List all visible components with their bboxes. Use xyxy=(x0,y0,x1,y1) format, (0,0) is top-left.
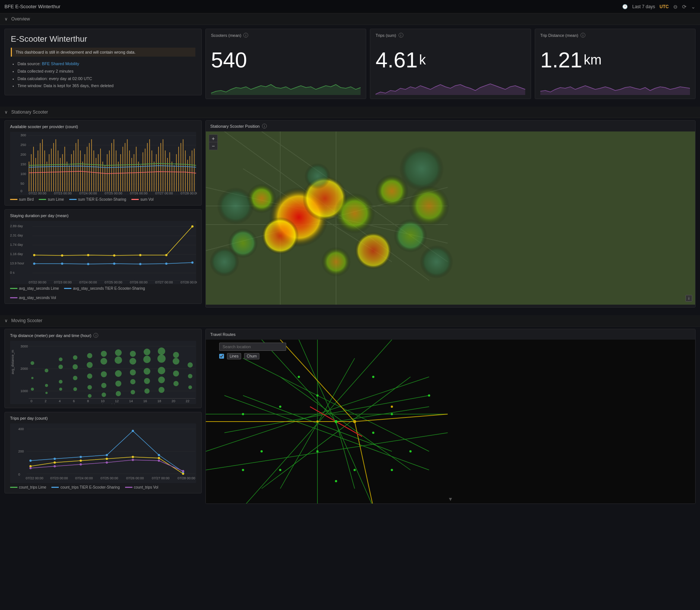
trips-per-day-chart-area: 400 200 0 xyxy=(10,423,196,483)
distance-info-icon[interactable]: i xyxy=(581,33,585,38)
data-source-link[interactable]: BFE Shared Mobility xyxy=(42,61,79,66)
svg-point-152 xyxy=(399,146,444,191)
svg-rect-86 xyxy=(189,156,190,191)
available-scooter-title: Available scooter per provider (count) xyxy=(10,124,196,129)
timezone-label[interactable]: UTC xyxy=(659,4,669,9)
svg-point-120 xyxy=(139,263,141,265)
svg-rect-62 xyxy=(136,147,137,191)
more-icon[interactable]: ⌄ xyxy=(691,4,696,10)
topbar-controls: 🕐 Last 7 days UTC ⊖ ⟳ ⌄ xyxy=(622,4,696,10)
svg-line-278 xyxy=(262,377,410,489)
svg-point-114 xyxy=(165,254,167,256)
trips-value: 4.61k xyxy=(375,40,525,80)
svg-rect-40 xyxy=(87,147,87,191)
churn-tag[interactable]: Churn xyxy=(244,353,259,359)
scooters-info-icon[interactable]: i xyxy=(243,33,248,38)
svg-text:07/22 00:00: 07/22 00:00 xyxy=(29,191,47,195)
svg-rect-63 xyxy=(138,162,139,191)
svg-point-117 xyxy=(61,263,63,265)
svg-point-209 xyxy=(173,358,179,365)
svg-rect-48 xyxy=(105,165,105,191)
map-info-icon[interactable]: i xyxy=(262,124,267,128)
svg-point-246 xyxy=(132,430,134,432)
svg-point-290 xyxy=(354,469,356,471)
svg-rect-36 xyxy=(78,139,79,191)
svg-rect-34 xyxy=(73,150,74,191)
search-location-input[interactable] xyxy=(219,343,286,351)
heatmap-info-button[interactable]: i xyxy=(685,295,692,302)
refresh-icon[interactable]: ⟳ xyxy=(682,4,687,10)
trip-distance-info-icon[interactable]: i xyxy=(93,333,98,338)
info-list: Data source: BFE Shared Mobility Data co… xyxy=(11,60,195,90)
svg-point-243 xyxy=(54,458,56,460)
svg-text:0: 0 xyxy=(20,189,22,193)
svg-point-168 xyxy=(45,369,48,372)
svg-point-201 xyxy=(144,349,150,355)
collapse-arrow-icon: ∨ xyxy=(4,16,8,22)
svg-text:14: 14 xyxy=(129,399,133,403)
svg-point-184 xyxy=(100,358,107,365)
stationary-map-col: Stationary Scooter Position i xyxy=(205,120,696,308)
svg-rect-24 xyxy=(51,149,52,191)
svg-point-169 xyxy=(45,392,48,394)
stationary-collapse-icon: ∨ xyxy=(4,109,8,115)
overview-content: E-Scooter Winterthur This dashboard is s… xyxy=(0,25,700,107)
svg-point-293 xyxy=(242,413,244,415)
svg-rect-39 xyxy=(84,154,85,191)
moving-collapse-icon: ∨ xyxy=(4,318,8,323)
svg-rect-53 xyxy=(116,150,116,191)
svg-point-175 xyxy=(73,364,78,369)
available-scooter-chart-area: 300 250 200 150 100 50 0 xyxy=(10,132,196,195)
svg-text:07/28 00:00: 07/28 00:00 xyxy=(180,191,197,195)
lines-tag[interactable]: Lines xyxy=(227,353,241,359)
svg-point-147 xyxy=(321,247,351,277)
distance-sparkline xyxy=(540,80,690,95)
svg-point-303 xyxy=(391,406,393,408)
svg-point-178 xyxy=(87,374,92,379)
svg-point-179 xyxy=(87,362,93,368)
svg-point-122 xyxy=(191,261,194,264)
svg-text:07/27 00:00: 07/27 00:00 xyxy=(152,476,170,480)
trips-info-icon[interactable]: i xyxy=(399,33,403,38)
svg-rect-72 xyxy=(158,147,159,191)
svg-point-113 xyxy=(139,254,141,256)
svg-point-121 xyxy=(165,263,167,265)
svg-rect-80 xyxy=(176,154,177,191)
zoom-out-button[interactable]: − xyxy=(209,142,217,150)
svg-point-151 xyxy=(217,187,254,225)
zoom-out-icon[interactable]: ⊖ xyxy=(673,4,678,10)
time-range-label[interactable]: Last 7 days xyxy=(632,4,655,9)
svg-text:250: 250 xyxy=(20,143,26,147)
svg-text:200: 200 xyxy=(20,153,26,156)
travel-routes-title: Travel Routes xyxy=(206,329,695,340)
svg-text:20: 20 xyxy=(172,399,175,403)
svg-point-150 xyxy=(394,219,427,252)
map-controls-row: Lines Churn xyxy=(219,353,259,359)
svg-point-254 xyxy=(158,460,160,462)
distance-value: 1.21km xyxy=(540,40,690,80)
svg-point-255 xyxy=(182,470,184,472)
stationary-section-label: Stationary Scooter xyxy=(11,109,48,115)
legend-vol: sum Vol xyxy=(131,197,154,201)
overview-section-header[interactable]: ∨ Overview xyxy=(0,13,700,25)
svg-rect-28 xyxy=(60,158,61,191)
zoom-in-button[interactable]: + xyxy=(209,135,217,142)
svg-text:4: 4 xyxy=(59,399,61,403)
stat-card-scooters-header: Scooters (mean) i xyxy=(211,33,361,38)
svg-rect-42 xyxy=(91,139,92,191)
svg-rect-83 xyxy=(183,139,183,191)
svg-rect-18 xyxy=(38,150,38,191)
svg-point-294 xyxy=(428,394,430,397)
svg-point-210 xyxy=(173,381,179,386)
svg-rect-44 xyxy=(96,158,96,191)
lines-checkbox[interactable] xyxy=(219,354,224,359)
stat-card-trips-header: Trips (sum) i xyxy=(375,33,525,38)
staying-duration-chart: Staying duration per day (mean) 2.89 day xyxy=(4,209,202,304)
map-scroll-down-icon[interactable]: ▼ xyxy=(448,496,453,502)
svg-point-251 xyxy=(80,463,82,466)
stationary-section-header[interactable]: ∨ Stationary Scooter xyxy=(0,107,700,118)
svg-rect-17 xyxy=(35,158,36,191)
moving-section-header[interactable]: ∨ Moving Scooter xyxy=(0,315,700,327)
svg-point-213 xyxy=(188,362,193,368)
svg-rect-35 xyxy=(76,143,76,191)
